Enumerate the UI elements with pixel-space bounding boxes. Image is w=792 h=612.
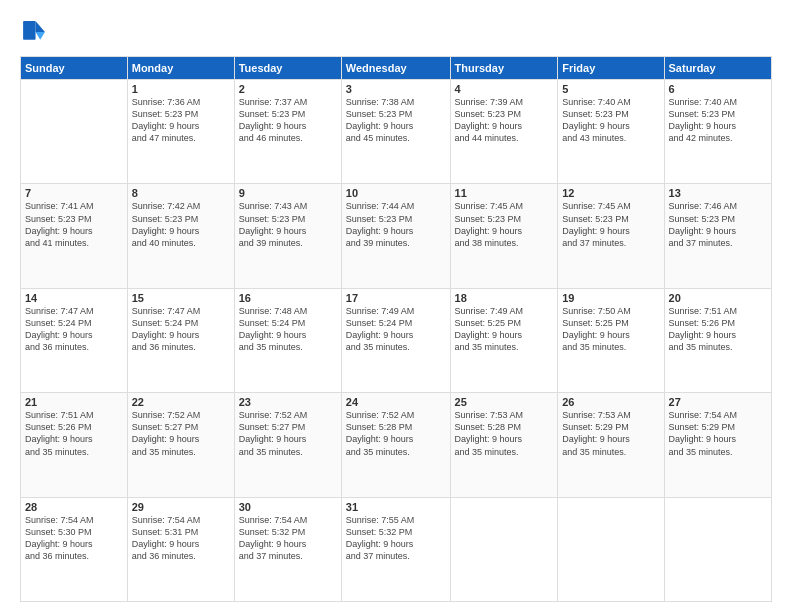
- calendar-header-sunday: Sunday: [21, 57, 128, 80]
- day-number: 12: [562, 187, 659, 199]
- calendar-cell: 18Sunrise: 7:49 AM Sunset: 5:25 PM Dayli…: [450, 288, 558, 392]
- svg-marker-0: [36, 21, 45, 32]
- calendar-cell: 24Sunrise: 7:52 AM Sunset: 5:28 PM Dayli…: [341, 393, 450, 497]
- day-number: 31: [346, 501, 446, 513]
- day-info: Sunrise: 7:49 AM Sunset: 5:24 PM Dayligh…: [346, 305, 446, 354]
- day-info: Sunrise: 7:54 AM Sunset: 5:31 PM Dayligh…: [132, 514, 230, 563]
- calendar-cell: 9Sunrise: 7:43 AM Sunset: 5:23 PM Daylig…: [234, 184, 341, 288]
- calendar-cell: 27Sunrise: 7:54 AM Sunset: 5:29 PM Dayli…: [664, 393, 771, 497]
- calendar-cell: 22Sunrise: 7:52 AM Sunset: 5:27 PM Dayli…: [127, 393, 234, 497]
- calendar-cell: 28Sunrise: 7:54 AM Sunset: 5:30 PM Dayli…: [21, 497, 128, 601]
- page: SundayMondayTuesdayWednesdayThursdayFrid…: [0, 0, 792, 612]
- calendar-header-tuesday: Tuesday: [234, 57, 341, 80]
- calendar-cell: [450, 497, 558, 601]
- day-number: 16: [239, 292, 337, 304]
- calendar-cell: 20Sunrise: 7:51 AM Sunset: 5:26 PM Dayli…: [664, 288, 771, 392]
- day-number: 9: [239, 187, 337, 199]
- calendar-cell: 1Sunrise: 7:36 AM Sunset: 5:23 PM Daylig…: [127, 80, 234, 184]
- day-info: Sunrise: 7:52 AM Sunset: 5:27 PM Dayligh…: [239, 409, 337, 458]
- day-number: 7: [25, 187, 123, 199]
- calendar-cell: 6Sunrise: 7:40 AM Sunset: 5:23 PM Daylig…: [664, 80, 771, 184]
- calendar-header-row: SundayMondayTuesdayWednesdayThursdayFrid…: [21, 57, 772, 80]
- day-info: Sunrise: 7:50 AM Sunset: 5:25 PM Dayligh…: [562, 305, 659, 354]
- calendar-cell: 23Sunrise: 7:52 AM Sunset: 5:27 PM Dayli…: [234, 393, 341, 497]
- day-number: 19: [562, 292, 659, 304]
- day-number: 13: [669, 187, 767, 199]
- header: [20, 18, 772, 46]
- day-info: Sunrise: 7:54 AM Sunset: 5:32 PM Dayligh…: [239, 514, 337, 563]
- day-info: Sunrise: 7:49 AM Sunset: 5:25 PM Dayligh…: [455, 305, 554, 354]
- day-info: Sunrise: 7:54 AM Sunset: 5:29 PM Dayligh…: [669, 409, 767, 458]
- calendar-week-3: 14Sunrise: 7:47 AM Sunset: 5:24 PM Dayli…: [21, 288, 772, 392]
- day-number: 15: [132, 292, 230, 304]
- day-info: Sunrise: 7:37 AM Sunset: 5:23 PM Dayligh…: [239, 96, 337, 145]
- day-info: Sunrise: 7:55 AM Sunset: 5:32 PM Dayligh…: [346, 514, 446, 563]
- logo: [20, 18, 52, 46]
- day-number: 30: [239, 501, 337, 513]
- calendar-cell: 25Sunrise: 7:53 AM Sunset: 5:28 PM Dayli…: [450, 393, 558, 497]
- day-info: Sunrise: 7:47 AM Sunset: 5:24 PM Dayligh…: [132, 305, 230, 354]
- calendar-cell: 10Sunrise: 7:44 AM Sunset: 5:23 PM Dayli…: [341, 184, 450, 288]
- day-info: Sunrise: 7:43 AM Sunset: 5:23 PM Dayligh…: [239, 200, 337, 249]
- day-number: 22: [132, 396, 230, 408]
- day-info: Sunrise: 7:47 AM Sunset: 5:24 PM Dayligh…: [25, 305, 123, 354]
- svg-rect-2: [23, 21, 35, 40]
- calendar-cell: 30Sunrise: 7:54 AM Sunset: 5:32 PM Dayli…: [234, 497, 341, 601]
- day-number: 14: [25, 292, 123, 304]
- day-number: 28: [25, 501, 123, 513]
- calendar-cell: 3Sunrise: 7:38 AM Sunset: 5:23 PM Daylig…: [341, 80, 450, 184]
- calendar-header-wednesday: Wednesday: [341, 57, 450, 80]
- day-info: Sunrise: 7:42 AM Sunset: 5:23 PM Dayligh…: [132, 200, 230, 249]
- calendar-cell: 12Sunrise: 7:45 AM Sunset: 5:23 PM Dayli…: [558, 184, 664, 288]
- calendar-cell: [664, 497, 771, 601]
- day-number: 21: [25, 396, 123, 408]
- day-number: 3: [346, 83, 446, 95]
- day-number: 5: [562, 83, 659, 95]
- day-info: Sunrise: 7:54 AM Sunset: 5:30 PM Dayligh…: [25, 514, 123, 563]
- calendar-header-saturday: Saturday: [664, 57, 771, 80]
- day-number: 20: [669, 292, 767, 304]
- calendar-cell: 21Sunrise: 7:51 AM Sunset: 5:26 PM Dayli…: [21, 393, 128, 497]
- day-info: Sunrise: 7:40 AM Sunset: 5:23 PM Dayligh…: [562, 96, 659, 145]
- calendar-cell: 16Sunrise: 7:48 AM Sunset: 5:24 PM Dayli…: [234, 288, 341, 392]
- svg-marker-1: [36, 32, 45, 40]
- calendar-header-thursday: Thursday: [450, 57, 558, 80]
- calendar-cell: 5Sunrise: 7:40 AM Sunset: 5:23 PM Daylig…: [558, 80, 664, 184]
- day-info: Sunrise: 7:52 AM Sunset: 5:27 PM Dayligh…: [132, 409, 230, 458]
- day-number: 2: [239, 83, 337, 95]
- day-info: Sunrise: 7:40 AM Sunset: 5:23 PM Dayligh…: [669, 96, 767, 145]
- day-number: 1: [132, 83, 230, 95]
- calendar-cell: 14Sunrise: 7:47 AM Sunset: 5:24 PM Dayli…: [21, 288, 128, 392]
- day-info: Sunrise: 7:52 AM Sunset: 5:28 PM Dayligh…: [346, 409, 446, 458]
- calendar-cell: 11Sunrise: 7:45 AM Sunset: 5:23 PM Dayli…: [450, 184, 558, 288]
- day-number: 11: [455, 187, 554, 199]
- calendar-cell: 7Sunrise: 7:41 AM Sunset: 5:23 PM Daylig…: [21, 184, 128, 288]
- calendar-cell: 29Sunrise: 7:54 AM Sunset: 5:31 PM Dayli…: [127, 497, 234, 601]
- day-number: 25: [455, 396, 554, 408]
- day-info: Sunrise: 7:53 AM Sunset: 5:29 PM Dayligh…: [562, 409, 659, 458]
- calendar-table: SundayMondayTuesdayWednesdayThursdayFrid…: [20, 56, 772, 602]
- calendar-cell: 31Sunrise: 7:55 AM Sunset: 5:32 PM Dayli…: [341, 497, 450, 601]
- calendar-cell: 8Sunrise: 7:42 AM Sunset: 5:23 PM Daylig…: [127, 184, 234, 288]
- day-number: 10: [346, 187, 446, 199]
- day-number: 27: [669, 396, 767, 408]
- calendar-cell: 17Sunrise: 7:49 AM Sunset: 5:24 PM Dayli…: [341, 288, 450, 392]
- day-info: Sunrise: 7:45 AM Sunset: 5:23 PM Dayligh…: [562, 200, 659, 249]
- calendar-header-friday: Friday: [558, 57, 664, 80]
- day-info: Sunrise: 7:51 AM Sunset: 5:26 PM Dayligh…: [25, 409, 123, 458]
- day-info: Sunrise: 7:48 AM Sunset: 5:24 PM Dayligh…: [239, 305, 337, 354]
- calendar-cell: [21, 80, 128, 184]
- logo-icon: [20, 18, 48, 46]
- calendar-week-1: 1Sunrise: 7:36 AM Sunset: 5:23 PM Daylig…: [21, 80, 772, 184]
- day-info: Sunrise: 7:36 AM Sunset: 5:23 PM Dayligh…: [132, 96, 230, 145]
- calendar-week-5: 28Sunrise: 7:54 AM Sunset: 5:30 PM Dayli…: [21, 497, 772, 601]
- calendar-cell: 26Sunrise: 7:53 AM Sunset: 5:29 PM Dayli…: [558, 393, 664, 497]
- day-number: 29: [132, 501, 230, 513]
- day-number: 8: [132, 187, 230, 199]
- calendar-week-2: 7Sunrise: 7:41 AM Sunset: 5:23 PM Daylig…: [21, 184, 772, 288]
- calendar-cell: 19Sunrise: 7:50 AM Sunset: 5:25 PM Dayli…: [558, 288, 664, 392]
- calendar-header-monday: Monday: [127, 57, 234, 80]
- day-number: 23: [239, 396, 337, 408]
- day-info: Sunrise: 7:44 AM Sunset: 5:23 PM Dayligh…: [346, 200, 446, 249]
- day-info: Sunrise: 7:45 AM Sunset: 5:23 PM Dayligh…: [455, 200, 554, 249]
